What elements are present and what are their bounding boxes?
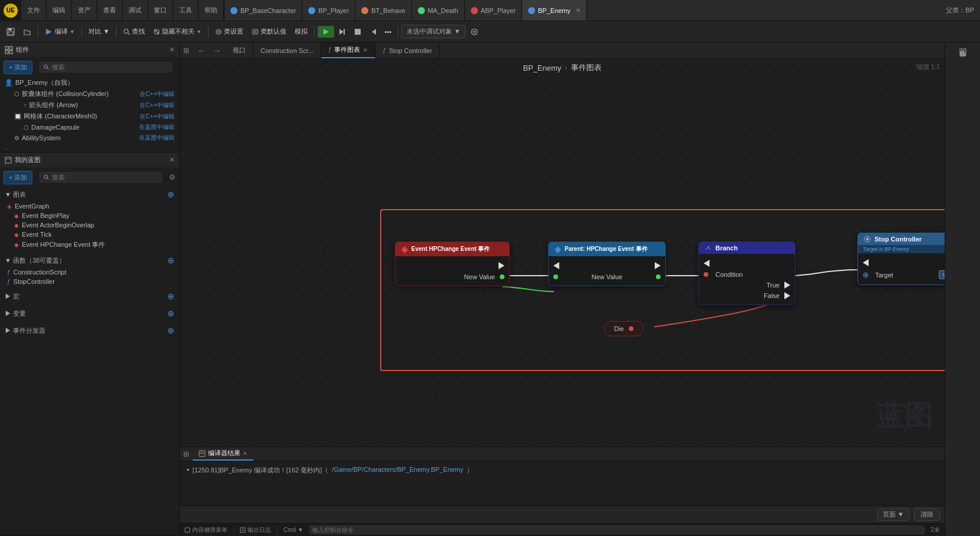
add-blueprint-button[interactable]: + 添加: [4, 171, 32, 184]
save-button[interactable]: [3, 26, 18, 38]
event-graph-item[interactable]: ◈ EventGraph: [0, 201, 179, 211]
tree-item-bp-enemy-self[interactable]: 👤 BP_Enemy（自我）: [0, 77, 179, 88]
tab-event-graph[interactable]: ƒ 事件图表 ✕: [321, 42, 376, 58]
bp-canvas[interactable]: BP_Enemy › 事件图表 缩放 1:1: [180, 59, 945, 446]
tree-item-ability[interactable]: ⚙ AbilitySystem 在蓝图中编辑: [0, 133, 179, 143]
tab-bp-player[interactable]: BP_Player: [302, 0, 355, 21]
tab-bp-enemy[interactable]: BP_Enemy ✕: [522, 0, 587, 21]
dispatch-add-icon[interactable]: ⊕: [167, 326, 174, 335]
menu-debug[interactable]: 调试: [123, 0, 148, 21]
hide-button[interactable]: 隐藏不相关 ▼: [150, 25, 205, 38]
simulate-button[interactable]: 模拟: [291, 25, 311, 38]
variables-header[interactable]: ▶ 变量 ⊕: [0, 306, 179, 320]
title-bar: UE 文件 编辑 资产 查看 调试 窗口 工具 帮助 BP_BaseCharac…: [0, 0, 980, 21]
tab-abp-player[interactable]: ABP_Player: [465, 0, 522, 21]
menu-asset[interactable]: 资产: [72, 0, 97, 21]
content-browser-button[interactable]: 内容侧滑菜单: [184, 526, 227, 534]
tab-stop-controller[interactable]: ƒ Stop Controller: [375, 42, 440, 58]
ev-tick-item[interactable]: ◆ Event Tick: [0, 230, 179, 239]
branch-icon: [705, 244, 712, 252]
tab-bt-behave[interactable]: BT_Behave: [355, 0, 411, 21]
node-die[interactable]: Die: [604, 321, 644, 336]
bp-canvas-container[interactable]: BP_Enemy › 事件图表 缩放 1:1: [180, 59, 945, 446]
ev-actor-begin-item[interactable]: ◆ Event ActorBeginOverlap: [0, 220, 179, 230]
page-select[interactable]: 页面 ▼: [877, 508, 909, 521]
components-search-input[interactable]: [52, 64, 168, 71]
components-search: [39, 62, 172, 72]
functions-section-header[interactable]: ▼ 函数（38可覆盖） ⊕: [0, 253, 179, 267]
pause-button[interactable]: [366, 27, 380, 37]
node-event-hpchange[interactable]: ◆ Event HPChange Event 事件 New Value: [395, 241, 510, 286]
main-layout: 组件 ✕ + 添加 👤 BP_Enemy（自我）: [0, 42, 980, 536]
back-button[interactable]: ←: [195, 45, 208, 57]
arrow-link[interactable]: 在C++中编辑: [140, 101, 174, 110]
close-bp-enemy[interactable]: ✕: [576, 7, 580, 14]
svg-marker-3: [46, 29, 52, 35]
debug-target-select[interactable]: 未选中调试对象 ▼: [401, 25, 466, 38]
tree-item-arrow[interactable]: ↑ 箭头组件 (Arrow) 在C++中编辑: [0, 100, 179, 111]
construction-script-item[interactable]: ƒ ConstructionScript: [0, 267, 179, 277]
type-defaults-button[interactable]: 类默认值: [248, 25, 290, 38]
skip-forward-button[interactable]: [335, 27, 349, 37]
type-settings-button[interactable]: 类设置: [212, 25, 247, 38]
ma-death-icon: [418, 7, 425, 14]
node-parent-hpchange[interactable]: ◈ Parent: HPChange Event 事件 New Value: [548, 241, 666, 286]
compiler-results-close[interactable]: ✕: [243, 451, 248, 456]
macros-header[interactable]: ▶ 宏 ⊕: [0, 289, 179, 303]
nav-grid-button[interactable]: ⊞: [180, 47, 193, 55]
mesh-link[interactable]: 在C++中编辑: [140, 113, 174, 121]
parent-newval-out-pin: [656, 274, 661, 279]
ability-link[interactable]: 在蓝图中编辑: [139, 134, 174, 142]
tree-item-mesh[interactable]: 🔲 网格体 (CharacterMesh0) 在C++中编辑: [0, 111, 179, 122]
event-graph-close[interactable]: ✕: [363, 47, 368, 53]
output-log-button[interactable]: 输出日志: [240, 526, 271, 534]
menu-view[interactable]: 查看: [97, 0, 123, 21]
forward-button[interactable]: →: [210, 45, 223, 57]
console-input[interactable]: [309, 525, 925, 534]
menu-window[interactable]: 窗口: [148, 0, 173, 21]
play-button[interactable]: [318, 26, 334, 38]
graph-add-icon[interactable]: ⊕: [167, 190, 174, 199]
clear-button[interactable]: 清除: [914, 508, 940, 521]
cmd-button[interactable]: Cmd ▼: [283, 527, 303, 533]
tree-item-collision[interactable]: ⬡ 胶囊体组件 (CollisionCylinder) 在C++中编辑: [0, 88, 179, 100]
tab-ma-death[interactable]: MA_Death: [412, 0, 465, 21]
bp-settings-icon[interactable]: ⚙: [169, 173, 176, 181]
compile-button[interactable]: 编译 ▼: [41, 25, 78, 38]
fn-add-icon[interactable]: ⊕: [167, 256, 174, 265]
damage-link[interactable]: 在蓝图中编辑: [139, 123, 174, 131]
graph-section-header[interactable]: ▼ 图表 ⊕: [0, 187, 179, 201]
tab-compiler-results[interactable]: 编译器结果 ✕: [193, 447, 253, 461]
svg-rect-39: [240, 528, 245, 532]
tab-bp-base[interactable]: BP_BaseCharacter: [225, 0, 302, 21]
my-blueprint-search-input[interactable]: [52, 174, 158, 181]
node-branch[interactable]: Branch Condition True: [698, 241, 796, 305]
more-button[interactable]: •••: [381, 27, 395, 37]
stop-controller-item[interactable]: ƒ StopController: [0, 277, 179, 286]
status-sep-2: [277, 526, 278, 534]
my-blueprint-close[interactable]: ✕: [169, 156, 174, 164]
event-dispatchers-header[interactable]: ▶ 事件分发器 ⊕: [0, 323, 179, 338]
stop-button[interactable]: [351, 27, 365, 37]
components-close[interactable]: ✕: [169, 46, 174, 54]
menu-edit[interactable]: 编辑: [47, 0, 72, 21]
macro-add-icon[interactable]: ⊕: [167, 292, 174, 301]
node-stop-controller[interactable]: Stop Controller Target is BP Enemy Targe…: [857, 233, 945, 285]
var-add-icon[interactable]: ⊕: [167, 309, 174, 318]
debug-options-button[interactable]: [467, 26, 482, 38]
tab-construction[interactable]: Construction Scr...: [253, 42, 321, 58]
ev-begin-play-item[interactable]: ◆ Event BeginPlay: [0, 211, 179, 220]
collision-link[interactable]: 在C++中编辑: [140, 90, 174, 98]
compare-button[interactable]: 对比 ▼: [85, 25, 113, 38]
open-button[interactable]: [19, 26, 35, 38]
menu-tools[interactable]: 工具: [173, 0, 199, 21]
ev-hpchange-item[interactable]: ◆ Event HPChange Event 事件: [0, 239, 179, 250]
tree-item-damage[interactable]: ⬡ DamageCapsule 在蓝图中编辑: [0, 122, 179, 133]
menu-help[interactable]: 帮助: [199, 0, 224, 21]
toolbar-sep-1: [38, 26, 38, 38]
menu-file[interactable]: 文件: [21, 0, 47, 21]
tab-viewport[interactable]: 视口: [226, 42, 253, 58]
search-button[interactable]: 查找: [120, 25, 149, 38]
view-tabs: ⊞ ← → 视口 Construction Scr... ƒ 事件图表 ✕ ƒ …: [180, 42, 945, 59]
add-component-button[interactable]: + 添加: [4, 61, 32, 74]
